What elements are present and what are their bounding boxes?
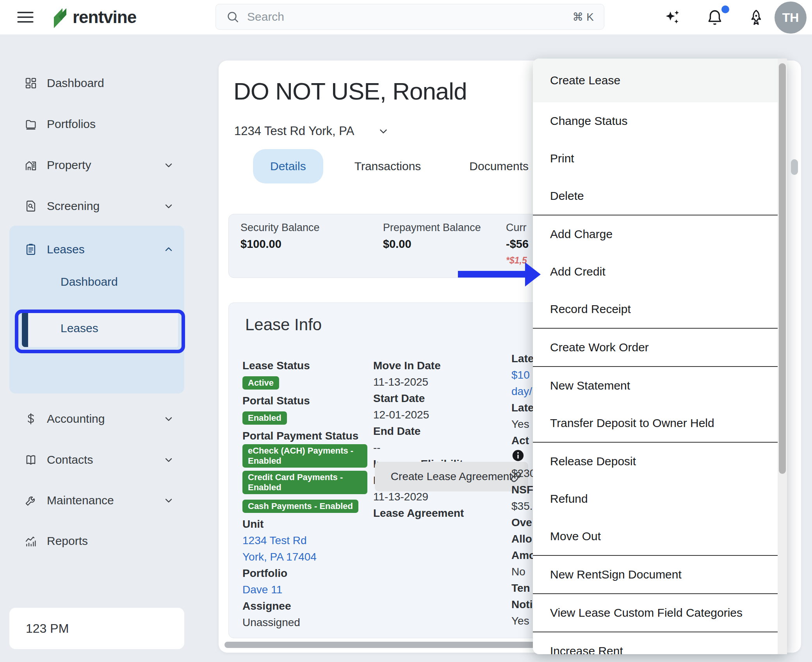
maintenance-wrench-icon <box>24 494 37 507</box>
tab-details[interactable]: Details <box>253 149 323 183</box>
search-input[interactable]: Search ⌘ K <box>215 4 604 30</box>
sidebar-item-accounting[interactable]: Accounting <box>9 407 184 431</box>
menu-scrollbar-thumb[interactable] <box>779 63 786 474</box>
ai-sparkles-icon[interactable] <box>664 9 682 27</box>
sidebar-item-label: Dashboard <box>47 77 184 90</box>
lease-info-title: Lease Info <box>245 315 322 334</box>
current-balance-truncated: Curr -$56 *$1,5 <box>506 220 529 268</box>
payment-badge: Cash Payments - Enabled <box>242 500 358 513</box>
menu-item-print[interactable]: Print <box>533 140 778 177</box>
hamburger-menu-icon[interactable] <box>17 10 34 24</box>
sidebar-item-label: Leases <box>47 243 163 256</box>
tab-transactions[interactable]: Transactions <box>337 149 438 183</box>
payment-badge: eCheck (ACH) Payments - Enabled <box>242 444 367 468</box>
whats-new-rocket-icon[interactable] <box>747 9 765 27</box>
sidebar-item-label: Maintenance <box>47 494 163 507</box>
property-building-icon <box>24 158 37 172</box>
menu-item-create-lease[interactable]: Create Lease <box>533 59 778 102</box>
status-badge-active: Active <box>242 376 279 390</box>
menu-item-release-deposit[interactable]: Release Deposit <box>533 443 778 480</box>
menu-item-new-statement[interactable]: New Statement <box>533 367 778 404</box>
payment-badges: eCheck (ACH) Payments - EnabledCredit Ca… <box>242 444 367 516</box>
menu-item-new-rentsign-document[interactable]: New RentSign Document <box>533 556 778 593</box>
accounting-dollar-icon <box>24 412 37 425</box>
lease-info-left-column: Lease Status Active Portal Status Enable… <box>242 358 367 631</box>
chevron-down-icon <box>378 125 389 137</box>
chevron-down-icon <box>163 495 174 506</box>
notification-dot <box>721 5 729 13</box>
sidebar-item-label: Reports <box>47 534 184 548</box>
chevron-down-icon <box>163 201 174 212</box>
assignee-value: Unassigned <box>242 614 367 631</box>
page-title: DO NOT USE, Ronald <box>233 77 467 105</box>
clock-text: 123 PM <box>26 621 69 636</box>
top-bar: rentvine Search ⌘ K TH <box>0 0 812 35</box>
search-shortcut-hint: ⌘ K <box>573 11 594 23</box>
menu-item-increase-rent[interactable]: Increase Rent <box>533 632 778 654</box>
tab-documents[interactable]: Documents <box>452 149 546 183</box>
sidebar-subitem-leases[interactable]: Leases <box>22 311 178 347</box>
avatar[interactable]: TH <box>775 2 807 34</box>
sidebar-item-dashboard[interactable]: Dashboard <box>9 71 184 95</box>
menu-item-create-work-order[interactable]: Create Work Order <box>533 329 778 366</box>
menu-item-view-lease-custom-field-categories[interactable]: View Lease Custom Field Categories <box>533 594 778 632</box>
address-text: 1234 Test Rd York, PA <box>234 124 354 138</box>
sidebar-item-label: Property <box>47 158 163 172</box>
security-balance: Security Balance $100.00 <box>240 220 320 253</box>
sidebar-item-property[interactable]: Property <box>9 153 184 177</box>
menu-item-transfer-deposit-to-owner-held[interactable]: Transfer Deposit to Owner Held <box>533 404 778 442</box>
lease-clipboard-icon <box>24 243 37 256</box>
lease-info-middle-column: Move In Date 11-13-2025 Start Date 12-01… <box>373 358 483 521</box>
unit-link-city[interactable]: York, PA 17404 <box>242 549 367 565</box>
reports-chart-icon <box>24 534 37 548</box>
menu-item-refund[interactable]: Refund <box>533 480 778 518</box>
chevron-up-icon <box>163 244 174 255</box>
clock-card: 123 PM <box>9 608 184 649</box>
sidebar-item-label: Accounting <box>47 412 163 425</box>
sidebar-subitem-label: Leases <box>61 322 98 335</box>
menu-item-change-status[interactable]: Change Status <box>533 102 778 140</box>
chevron-down-icon <box>163 413 174 424</box>
portfolio-link[interactable]: Dave 11 <box>242 582 367 598</box>
chevron-down-icon <box>163 454 174 465</box>
rentvine-logo-icon <box>49 5 69 29</box>
sidebar-item-label: Screening <box>47 199 163 213</box>
create-lease-agreement-button[interactable]: Create Lease Agreement <box>375 462 528 491</box>
menu-item-add-credit[interactable]: Add Credit <box>533 253 778 290</box>
sidebar-item-maintenance[interactable]: Maintenance <box>9 488 184 513</box>
screening-search-icon <box>24 199 37 213</box>
menu-item-move-out[interactable]: Move Out <box>533 518 778 555</box>
menu-item-delete[interactable]: Delete <box>533 177 778 215</box>
notifications-bell-icon[interactable] <box>706 9 724 27</box>
sidebar-item-portfolios[interactable]: Portfolios <box>9 112 184 136</box>
sidebar-subitem-dashboard[interactable]: Dashboard <box>61 275 118 288</box>
address-selector[interactable]: 1234 Test Rd York, PA <box>234 124 389 138</box>
brand-name: rentvine <box>73 7 136 27</box>
search-placeholder: Search <box>247 10 573 23</box>
rentvine-logo[interactable]: rentvine <box>49 5 136 29</box>
sidebar-item-label: Portfolios <box>47 117 184 131</box>
menu-item-add-charge[interactable]: Add Charge <box>533 215 778 253</box>
sidebar-item-leases[interactable]: Leases <box>9 237 184 262</box>
sidebar-item-contacts[interactable]: Contacts <box>9 448 184 472</box>
unit-link[interactable]: 1234 Test Rd <box>242 532 367 549</box>
payment-badge: Credit Card Payments - Enabled <box>242 471 367 494</box>
portfolios-folder-icon <box>24 117 37 131</box>
contacts-book-icon <box>24 453 37 466</box>
chevron-down-icon <box>163 160 174 171</box>
lease-actions-menu: Create LeaseChange StatusPrintDeleteAdd … <box>533 59 787 654</box>
search-icon <box>226 10 239 23</box>
prepayment-balance: Prepayment Balance $0.00 <box>383 220 481 253</box>
menu-item-record-receipt[interactable]: Record Receipt <box>533 290 778 328</box>
page-scrollbar-thumb[interactable] <box>791 159 798 175</box>
sidebar-item-screening[interactable]: Screening <box>9 194 184 218</box>
sidebar-group-leases: LeasesDashboardLeases <box>9 226 184 393</box>
status-badge-enabled: Enabled <box>242 411 287 425</box>
dashboard-grid-icon <box>24 77 37 90</box>
tab-bar: DetailsTransactionsDocuments <box>253 149 546 183</box>
selected-indicator-bar <box>22 311 28 347</box>
sidebar-item-label: Contacts <box>47 453 163 466</box>
sidebar-item-reports[interactable]: Reports <box>9 529 184 553</box>
